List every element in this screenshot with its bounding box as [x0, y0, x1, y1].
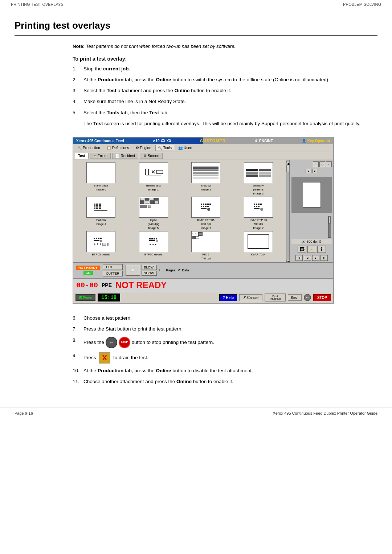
image-box-kaaf[interactable]: [244, 231, 273, 252]
step-7: Press the Start button to print the test…: [73, 325, 377, 333]
image-cell-pic1[interactable]: Eₛ Eₛ: [180, 231, 232, 260]
tools-icon: 🔨: [158, 146, 162, 150]
ctrl-3[interactable]: ℹ: [317, 246, 326, 253]
ui-screenshot: Xerox 495 Continuous Feed v.19.XX.XX CUS…: [73, 137, 334, 304]
menu-definitions[interactable]: 📋 Definitions: [104, 145, 132, 151]
page-footer: Page 9-16 Xerox 495 Continuous Feed Dupl…: [0, 407, 392, 419]
help-button[interactable]: ? Help: [219, 294, 237, 301]
header-right: PROBLEM SOLVING: [343, 2, 381, 7]
minimize-btn[interactable]: _: [313, 161, 319, 167]
cutter-button[interactable]: CUTTER: [103, 271, 123, 276]
image-cell-pattern[interactable]: Pattern Image 4: [75, 197, 127, 230]
menu-users[interactable]: 👥 Users: [176, 145, 196, 151]
show-button[interactable]: SHOW: [142, 271, 157, 276]
image-cell-etp06[interactable]: ▲ ▲ ▲ ETP06-details: [128, 231, 179, 260]
ui-title-left: Xerox 495 Continuous Feed: [76, 139, 124, 143]
ui-customer-label: CUSTOMER: [200, 139, 226, 143]
tab-test[interactable]: Test: [75, 153, 89, 159]
vertical-scrollbar[interactable]: [328, 216, 331, 238]
dpi-display: 🔊 600 dpi ⚙: [291, 239, 332, 244]
power-button[interactable]: ⏻ Power: [75, 294, 95, 301]
menu-engine[interactable]: ⚙ Engine: [133, 145, 154, 151]
page-title: Printing test overlays: [15, 20, 377, 36]
image-box-etp06[interactable]: ▲ ▲ ▲: [139, 231, 168, 252]
back-btn-ctrl[interactable]: ◄: [304, 255, 311, 261]
ui-scrollbar[interactable]: ▲ ▼: [286, 160, 290, 262]
drain-x-icon: X: [99, 352, 110, 364]
image-box-beams[interactable]: ┃┃ ✕: [139, 162, 168, 183]
image-cell-igaf06[interactable]: IGAF ETP 06 600 dpi Image 7: [233, 197, 284, 230]
ctrl-2[interactable]: ●: [307, 246, 316, 253]
scrollbar-thumb[interactable]: [286, 165, 289, 172]
eject2-button[interactable]: Eject: [288, 294, 302, 301]
image-box-shadow[interactable]: [191, 162, 220, 183]
step-3: Select the Test attachment and press the…: [73, 87, 377, 94]
step-4: Make sure that the line is in a Not Read…: [73, 98, 377, 105]
image-cell-igaf05[interactable]: IGAF ETP 05 600 dpi Image 6: [180, 197, 232, 230]
content-area: Note: Test patterns do not print when fo…: [73, 43, 377, 389]
dpi-value: 600 dpi: [307, 240, 318, 243]
note-label: Note:: [73, 44, 85, 49]
menu-production[interactable]: 🔧 Production: [75, 145, 103, 151]
image-cell-shadow[interactable]: Shadow Image 2: [180, 162, 232, 195]
image-box-shadow-pat[interactable]: [244, 162, 273, 183]
tab-screen[interactable]: 🖥 Screen: [140, 153, 162, 159]
not-ready-badge: NOT READY: [76, 266, 100, 270]
right-panel-top: _ □ ×: [291, 161, 332, 167]
image-cell-blank[interactable]: Blank page Image 0: [75, 162, 127, 195]
note-text: Test patterns do not print when forced t…: [86, 44, 236, 49]
image-cell-kaaf[interactable]: KaAF 7014: [233, 231, 284, 260]
restore-btn[interactable]: □: [319, 161, 325, 167]
users-icon: 👥: [178, 146, 183, 150]
ppe-display: 00-00: [76, 281, 98, 290]
image-cell-shadow-pat[interactable]: Shadow patterns Image 3: [233, 162, 284, 195]
engine-icon: ⚙: [136, 146, 139, 150]
image-cell-optic[interactable]: Optic (240 dpi) Image 5: [128, 197, 179, 230]
image-box-optic[interactable]: [139, 197, 168, 218]
tab-errors[interactable]: ⚠ Errors: [90, 153, 111, 159]
menu-tools[interactable]: 🔨 Tools: [155, 145, 174, 151]
paper-icon: 📄: [126, 265, 140, 276]
image-box-etp05[interactable]: ▲ ▲ ▲: [86, 231, 115, 252]
next-btn[interactable]: ►: [312, 169, 318, 173]
info-icon: ℹ: [320, 246, 322, 252]
step-6: Choose a test pattern.: [73, 315, 377, 322]
image-cell-etp05[interactable]: ▲ ▲ ▲ ETP05-details: [75, 231, 127, 260]
blow-button[interactable]: BLOW: [142, 265, 157, 270]
eject-button[interactable]: Eject line/group: [265, 294, 286, 301]
image-box-igaf05[interactable]: [191, 197, 220, 218]
image-box-pattern[interactable]: [86, 197, 115, 218]
ppe-label: PPE: [102, 282, 112, 288]
data-label: Data: [182, 268, 189, 272]
footer-right: Xerox 495 Continuous Feed Duplex Printer…: [273, 411, 377, 415]
time-display: 15:19: [98, 294, 120, 301]
settings-icon[interactable]: ⚙: [319, 240, 322, 243]
forward-btn[interactable]: ►: [312, 255, 319, 261]
prev-btn[interactable]: ◄: [306, 169, 311, 173]
tab-resident[interactable]: 📄 Resident: [112, 153, 138, 159]
power-icon: ⏻: [79, 296, 82, 299]
stop-circle-icon: STOP: [119, 337, 130, 348]
cycle-icon: ↺: [178, 268, 181, 272]
steps-list: Stop the current job. At the Production …: [73, 65, 377, 120]
image-box-igaf06[interactable]: [244, 197, 273, 218]
skip-forward-btn[interactable]: ⊵: [320, 255, 328, 261]
ui-engine-label: ENGINE: [259, 139, 273, 143]
ctrl-1[interactable]: 🖼: [298, 246, 306, 253]
stop-button[interactable]: STOP: [313, 294, 331, 301]
skip-back-btn[interactable]: ⊴: [295, 255, 303, 261]
close-icon[interactable]: ×: [326, 161, 332, 167]
circle-icon: ●: [311, 248, 313, 251]
ui-menu-bar: 🔧 Production 📋 Definitions ⚙ Engine 🔨 To…: [73, 144, 333, 152]
step-5: Select the Tools tab, then the Test tab.: [73, 109, 377, 116]
back-circle-btn[interactable]: ←: [304, 294, 311, 301]
note-block: Note: Test patterns do not print when fo…: [73, 43, 377, 50]
steps-after-list: Choose a test pattern. Press the Start b…: [73, 315, 377, 389]
cancel-button[interactable]: ✗ Cancel: [239, 294, 262, 301]
definitions-icon: 📋: [107, 146, 111, 150]
image-box-pic1[interactable]: Eₛ Eₛ: [191, 231, 220, 252]
image-cell-beams[interactable]: ┃┃ ✕ Beams test Image 1: [128, 162, 179, 195]
ui-images-container: Blank page Image 0 ┃┃ ✕: [73, 160, 290, 262]
cut-button[interactable]: CUT: [103, 264, 123, 270]
image-box-blank[interactable]: [86, 162, 115, 183]
